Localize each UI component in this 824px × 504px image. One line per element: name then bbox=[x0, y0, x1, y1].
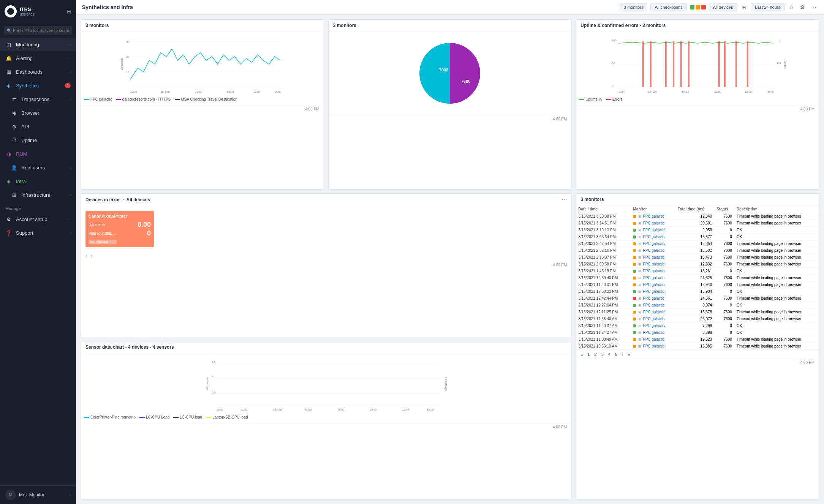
monitor-link[interactable]: FPC galactic bbox=[643, 228, 665, 232]
cell-desc: Timeout while loading page in browser bbox=[734, 281, 819, 288]
cell-status: 7600 bbox=[714, 275, 734, 281]
legend-color bbox=[84, 99, 89, 100]
svg-text:20:00: 20:00 bbox=[130, 90, 137, 93]
page-next[interactable]: › bbox=[620, 352, 625, 357]
svg-rect-33 bbox=[735, 41, 737, 87]
sidebar-item-transactions[interactable]: ⇄ Transactions ‹ bbox=[0, 92, 76, 106]
search-input[interactable] bbox=[13, 28, 69, 33]
device-list: CanonPixmaPrinter Uptime % 0.00 Ping rou… bbox=[81, 206, 571, 252]
sidebar-item-account-setup[interactable]: ⚙ Account setup ‹ bbox=[0, 212, 76, 226]
monitor-link[interactable]: FPC galactic bbox=[643, 283, 665, 287]
settings-icon[interactable]: ⚙ bbox=[799, 3, 807, 11]
page-2[interactable]: 2 bbox=[593, 352, 598, 357]
timerange-button[interactable]: Last 24 hours bbox=[751, 3, 784, 11]
monitors-count-button[interactable]: 3 monitors bbox=[620, 3, 647, 11]
monitor-link[interactable]: FPC galactic bbox=[643, 242, 665, 246]
sidebar-item-label: Dashboards bbox=[16, 69, 43, 75]
cell-date: 3/15/2021 2:00:58 PM bbox=[576, 261, 631, 268]
sidebar-item-label: Uptime bbox=[21, 137, 37, 143]
svg-text:15. Mar: 15. Mar bbox=[648, 90, 657, 93]
more-icon[interactable]: ⋯ bbox=[810, 3, 818, 11]
cell-time: 26,072 bbox=[675, 316, 714, 322]
svg-text:30: 30 bbox=[126, 40, 130, 43]
sidebar-item-synthetics[interactable]: ◈ Synthetics 1 bbox=[0, 79, 76, 92]
monitor-link[interactable]: FPC galactic bbox=[643, 296, 665, 300]
grid-view-icon[interactable]: ⊞ bbox=[740, 3, 748, 11]
table-row: 3/15/2021 12:42:44 PM ⊞ FPC galactic 24,… bbox=[576, 295, 819, 302]
sidebar-item-browser[interactable]: ◉ Browser bbox=[0, 106, 76, 120]
svg-text:06:00: 06:00 bbox=[338, 408, 345, 411]
sidebar-item-support[interactable]: ❓ Support ‹ bbox=[0, 226, 76, 240]
monitor-link[interactable]: FPC galactic bbox=[643, 235, 665, 239]
monitor-link[interactable]: FPC galactic bbox=[643, 303, 665, 307]
sidebar-item-infrastructure[interactable]: ⊞ Infrastructure ‹ bbox=[0, 188, 76, 202]
svg-rect-32 bbox=[724, 41, 726, 87]
green-dot bbox=[690, 5, 694, 9]
page-first[interactable]: « bbox=[579, 352, 584, 357]
monitor-link[interactable]: FPC galactic bbox=[643, 289, 665, 294]
monitor-link[interactable]: FPC galactic bbox=[643, 214, 665, 218]
cell-monitor: ⊞ FPC galactic bbox=[631, 343, 675, 350]
star-icon[interactable]: ☆ bbox=[788, 3, 796, 11]
cell-time: 18,940 bbox=[675, 281, 714, 288]
cell-desc: Timeout while loading page in browser bbox=[734, 343, 819, 350]
sidebar-item-monitoring[interactable]: ◫ Monitoring ‹ bbox=[0, 38, 76, 51]
sidebar-item-uptime[interactable]: ⏱ Uptime bbox=[0, 133, 76, 147]
monitor-link[interactable]: FPC galactic bbox=[643, 255, 665, 259]
red-dot bbox=[701, 5, 706, 9]
legend-lc-cpu-load2: LC-CPU load bbox=[173, 415, 202, 419]
cell-time: 12,340 bbox=[675, 213, 714, 220]
monitor-link[interactable]: FPC galactic bbox=[643, 344, 665, 348]
cell-desc: OK bbox=[734, 288, 819, 295]
monitor-link[interactable]: FPC galactic bbox=[643, 310, 665, 314]
sidebar: ITRS uptrends ⊞ 🔍 ◫ Monitoring ‹ 🔔 Alert… bbox=[0, 0, 76, 504]
monitor-link[interactable]: FPC galactic bbox=[643, 221, 665, 225]
page-3[interactable]: 3 bbox=[600, 352, 605, 357]
cell-status: 7600 bbox=[714, 295, 734, 302]
sidebar-item-real-users[interactable]: 👤 Real users ‹ bbox=[0, 161, 76, 174]
page-last[interactable]: » bbox=[626, 352, 632, 357]
cell-time: 13,473 bbox=[675, 254, 714, 261]
svg-rect-25 bbox=[642, 41, 644, 87]
sidebar-item-dashboards[interactable]: ▦ Dashboards ‹ bbox=[0, 65, 76, 79]
all-checkpoints-button[interactable]: All checkpoints bbox=[650, 3, 686, 11]
cell-status: 7600 bbox=[714, 240, 734, 247]
more-icon[interactable]: ⋯ bbox=[561, 197, 567, 203]
monitor-link[interactable]: FPC galactic bbox=[643, 337, 665, 341]
cell-date: 3/15/2021 3:34:51 PM bbox=[576, 220, 631, 227]
svg-text:04:00: 04:00 bbox=[682, 90, 689, 93]
monitor-link[interactable]: FPC galactic bbox=[643, 324, 665, 328]
sidebar-item-infra[interactable]: ◈ Infra bbox=[0, 174, 76, 188]
user-chevron-icon: ‹ bbox=[70, 493, 71, 497]
monitor-link[interactable]: FPC galactic bbox=[643, 262, 665, 266]
monitor-link[interactable]: FPC galactic bbox=[643, 276, 665, 280]
all-devices-button[interactable]: All devices bbox=[709, 3, 737, 11]
cell-date: 3/15/2021 1:45:19 PM bbox=[576, 268, 631, 275]
monitor-link[interactable]: FPC galactic bbox=[643, 330, 665, 335]
table-row: 3/15/2021 11:40:01 PM ⊞ FPC galactic 18,… bbox=[576, 281, 819, 288]
user-area[interactable]: M Mrs. Monitor ‹ bbox=[0, 485, 76, 504]
legend-item-msa: MSA Checking Travel Destination bbox=[175, 97, 237, 101]
table-title: 3 monitors bbox=[580, 197, 604, 202]
sidebar-item-api[interactable]: ⊕ API bbox=[0, 120, 76, 133]
scroll-left-icon[interactable]: ‹ bbox=[85, 253, 87, 259]
page-4[interactable]: 4 bbox=[607, 352, 612, 357]
monitor-link[interactable]: FPC galactic bbox=[643, 317, 665, 321]
cell-monitor: ⊞ FPC galactic bbox=[631, 288, 675, 295]
sidebar-item-label: Account setup bbox=[16, 216, 47, 222]
page-5[interactable]: 5 bbox=[614, 352, 619, 357]
transactions-icon: ⇄ bbox=[11, 96, 17, 103]
svg-text:2.5: 2.5 bbox=[212, 391, 216, 394]
monitor-link[interactable]: FPC galactic bbox=[643, 248, 665, 253]
monitor-link[interactable]: FPC galactic bbox=[643, 269, 665, 273]
sidebar-item-label: RUM bbox=[16, 151, 27, 157]
monitors-chart-title: 3 monitors bbox=[85, 23, 109, 28]
sidebar-item-alerting[interactable]: 🔔 Alerting ‹ bbox=[0, 51, 76, 65]
grid-icon[interactable]: ⊞ bbox=[67, 8, 71, 14]
manage-section-label: Manage bbox=[0, 202, 76, 212]
sidebar-item-rum[interactable]: ◑ RUM bbox=[0, 147, 76, 161]
search-box[interactable]: 🔍 bbox=[4, 26, 72, 35]
cell-time: 21,325 bbox=[675, 275, 714, 281]
scroll-right-icon[interactable]: › bbox=[90, 253, 92, 259]
page-1[interactable]: 1 bbox=[586, 352, 591, 357]
